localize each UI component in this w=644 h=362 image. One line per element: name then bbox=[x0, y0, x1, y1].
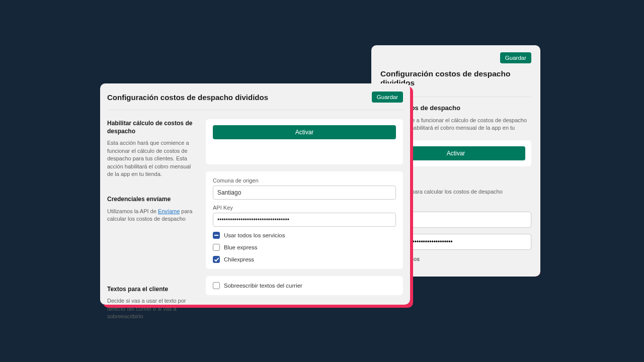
blue-express-checkbox[interactable] bbox=[213, 244, 220, 251]
blue-express-label: Blue express bbox=[224, 244, 257, 250]
overwrite-texts-label: Sobreescribir textos del currier bbox=[224, 283, 302, 289]
api-key-label: API Key bbox=[213, 205, 396, 211]
section-description-enable: Esta acción hará que comience a funciona… bbox=[107, 139, 197, 178]
save-button[interactable]: Guardar bbox=[372, 92, 403, 103]
comuna-label: Comuna de origen bbox=[213, 177, 396, 184]
section-description-texts: Decide si vas a usar el texto por defect… bbox=[107, 297, 197, 320]
section-heading-texts: Textos para el cliente bbox=[107, 285, 197, 293]
config-panel-front: Configuración costos de despacho dividid… bbox=[100, 83, 410, 305]
overwrite-texts-checkbox[interactable] bbox=[213, 282, 220, 289]
section-heading-credentials: Credenciales envíame bbox=[107, 195, 197, 203]
section-description-credentials: Utilizamos la API de Envíame para calcul… bbox=[107, 208, 197, 223]
section-heading-enable: Habilitar cálculo de costos de despacho bbox=[107, 119, 197, 135]
enviame-link[interactable]: Envíame bbox=[158, 208, 180, 214]
credentials-panel: Comuna de origen API Key Usar todos los … bbox=[206, 171, 403, 269]
texts-panel: Sobreescribir textos del currier bbox=[206, 276, 403, 295]
comuna-input[interactable] bbox=[213, 186, 396, 200]
use-all-services-checkbox[interactable] bbox=[213, 232, 220, 239]
save-button[interactable]: Guardar bbox=[500, 52, 531, 63]
chilexpress-label: Chilexpress bbox=[224, 256, 254, 262]
use-all-services-label: Usar todos los servicios bbox=[224, 232, 285, 238]
page-title: Configuración costos de despacho dividid… bbox=[107, 93, 268, 102]
chilexpress-checkbox[interactable] bbox=[213, 256, 220, 263]
activate-button[interactable]: Activar bbox=[213, 125, 396, 139]
activate-panel: Activar bbox=[206, 119, 403, 164]
api-key-input[interactable] bbox=[213, 213, 396, 227]
